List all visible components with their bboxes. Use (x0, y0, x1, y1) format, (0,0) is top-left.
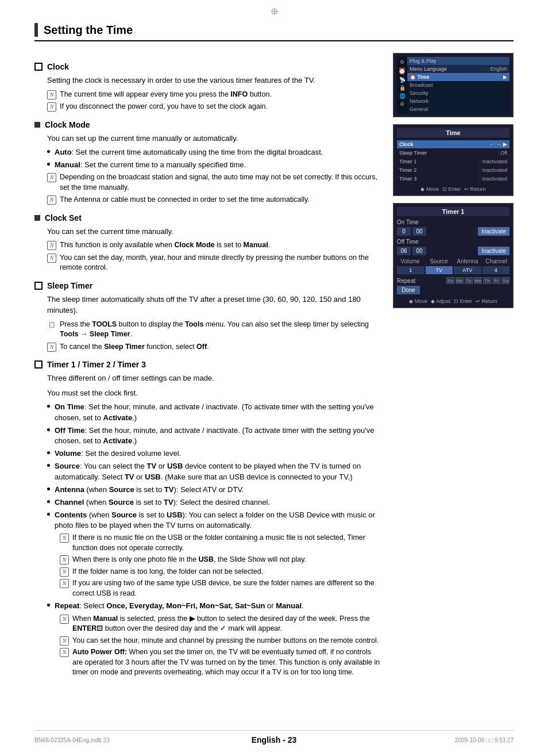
clockmode-bullet-auto: Auto: Set the current time automatically… (47, 147, 381, 158)
timer-bullet-repeat: Repeat: Select Once, Everyday, Mon~Fri, … (47, 601, 381, 611)
day-wed: We (474, 277, 482, 284)
day-mon: Mo (456, 277, 464, 284)
reminder-icon-1: 📋 (47, 320, 56, 329)
channel-val: 4 (483, 266, 510, 274)
note-icon-4: N (47, 195, 56, 205)
done-button[interactable]: Done (397, 286, 420, 294)
on-time-inputs: 0 00 Inactivate (397, 227, 510, 236)
off-time-inputs: 06 00 Inactivate (397, 247, 510, 255)
checkbox-icon-3 (34, 360, 43, 369)
bullet-dot-7 (47, 488, 50, 490)
day-thu: Th (483, 277, 491, 284)
section-labels-row: Volume Source Antenna Channel (397, 258, 510, 264)
clockset-note-1: N This function is only available when C… (47, 240, 381, 251)
repeat-note-3: N Auto Power Off: When you set the timer… (60, 647, 381, 678)
bullet-dot-2 (47, 163, 50, 166)
topic-clock-heading: Clock (34, 62, 381, 71)
note-icon-11: N (60, 579, 69, 588)
note-icon-14: N (60, 648, 69, 657)
screenshot-menu1: ⚙ ⏰ 📡 🔒 🌐 ⚙ Plug & Play Menu Language : … (393, 53, 514, 117)
note-icon-6: N (47, 254, 56, 263)
contents-note-1: N If there is no music file on the USB o… (60, 533, 381, 553)
square-icon-1 (34, 122, 40, 128)
bullet-dot-8 (47, 500, 50, 503)
topic-timer-heading: Timer 1 / Timer 2 / Timer 3 (34, 360, 381, 369)
repeat-row: Repeat Su Mo Tu We Th Fr Sa (397, 277, 510, 284)
topic-clockmode-heading: Clock Mode (34, 120, 381, 129)
sleep-reminder: 📋 Press the TOOLS button to display the … (47, 320, 381, 340)
note-icon-1: N (47, 90, 56, 99)
topic-sleep-title: Sleep Timer (47, 281, 92, 290)
note-icon-2: N (47, 102, 56, 112)
timer-bullet-offtime: Off Time: Set the hour, minute, and acti… (47, 425, 381, 446)
sleep-note-1: N To cancel the Sleep Timer function, se… (47, 342, 381, 352)
topic-clock-body: Setting the clock is necessary in order … (47, 75, 381, 86)
on-hour: 0 (397, 227, 411, 236)
square-icon-2 (34, 215, 40, 221)
footer-center: English - 23 (252, 735, 297, 745)
on-min: 00 (412, 227, 426, 236)
on-inactivate: Inactivate (478, 227, 510, 236)
bullet-dot-5 (47, 451, 50, 454)
bullet-dot-4 (47, 428, 50, 431)
day-fri: Fr (492, 277, 500, 284)
topic-timer-body2: You must set the clock first. (47, 387, 381, 399)
bullet-dot-1 (47, 150, 50, 153)
bullet-dot-9 (47, 513, 50, 516)
on-time-label: On Time (397, 219, 510, 225)
checkbox-icon-2 (34, 282, 43, 290)
repeat-note-2: N You can set the hour, minute and chann… (60, 636, 381, 646)
content-area: Clock Setting the clock is necessary in … (34, 53, 514, 680)
text-content: Clock Setting the clock is necessary in … (34, 53, 381, 680)
screenshots-panel: ⚙ ⏰ 📡 🔒 🌐 ⚙ Plug & Play Menu Language : … (393, 53, 514, 680)
footer-right: 2009-10-08 □□ 9:53:27 (455, 737, 514, 743)
timer-bullet-contents: Contents (when Source is set to USB): Yo… (47, 510, 381, 531)
contents-note-4: N If you are using two of the same type … (60, 578, 381, 598)
section-title: Setting the Time (44, 24, 133, 37)
off-min: 00 (412, 247, 426, 255)
bullet-dot-3 (47, 405, 50, 408)
contents-note-2: N When there is only one photo file in t… (60, 555, 381, 565)
topic-clockset-body: You can set the current time manually. (47, 226, 381, 237)
topic-timer-body1: Three different on / off timer settings … (47, 373, 381, 384)
timer-bullet-volume: Volume: Set the desired volume level. (47, 448, 381, 459)
screenshot-timer1: Timer 1 On Time 0 00 Inactivate Off Time… (393, 203, 514, 308)
note-icon-9: N (60, 555, 69, 565)
day-tue: Tu (465, 277, 473, 284)
footer-left: BN68-02325A-04Eng.indb 23 (34, 737, 110, 743)
topic-sleep-body: The sleep timer automatically shuts off … (47, 294, 381, 316)
topic-timer-title: Timer 1 / Timer 2 / Timer 3 (47, 360, 146, 369)
section-header: Setting the Time (34, 23, 514, 41)
checkbox-icon (34, 63, 43, 71)
off-inactivate: Inactivate (478, 247, 510, 255)
screenshot-menu2-title: Time (397, 128, 510, 137)
clockmode-bullet-manual: Manual: Set the current time to a manual… (47, 160, 381, 170)
bullet-dot-10 (47, 604, 50, 607)
antenna-val: ATV (454, 266, 481, 274)
off-hour: 06 (397, 247, 411, 255)
topic-sleep-heading: Sleep Timer (34, 281, 381, 290)
page-footer: BN68-02325A-04Eng.indb 23 English - 23 2… (34, 730, 514, 745)
note-icon-8: N (60, 534, 69, 543)
vol-val: 1 (397, 266, 424, 274)
bullet-dot-6 (47, 464, 50, 467)
clockmode-note-2: N The Antenna or cable must be connected… (47, 195, 381, 205)
contents-note-3: N If the folder name is too long, the fo… (60, 567, 381, 577)
note-icon-7: N (47, 343, 56, 352)
day-sun: Su (446, 277, 454, 284)
page-container: ⊕ Setting the Time Clock Setting the clo… (0, 0, 548, 756)
screenshot-menu2: Time Clock -- : -- ▶ Sleep Timer: Off Ti… (393, 124, 514, 196)
timer-bullet-channel: Channel (when Source is set to TV): Sele… (47, 497, 381, 508)
source-val: TV (426, 266, 453, 274)
topic-clockset-title: Clock Set (45, 213, 82, 222)
note-icon-10: N (60, 567, 69, 577)
note-icon-13: N (60, 636, 69, 646)
note-icon-3: N (47, 173, 56, 182)
timer-bullet-antenna: Antenna (when Source is set to TV): Sele… (47, 485, 381, 495)
off-time-label: Off Time (397, 239, 510, 245)
repeat-note-1: N When Manual is selected, press the ▶ b… (60, 614, 381, 634)
timer1-title: Timer 1 (397, 207, 510, 216)
topic-clockmode-body: You can set up the current time manually… (47, 133, 381, 144)
topic-clockmode-title: Clock Mode (45, 120, 90, 129)
timer1-nav: ◆ Move◆ Adjust⊡ Enter↩ Return (397, 298, 510, 304)
